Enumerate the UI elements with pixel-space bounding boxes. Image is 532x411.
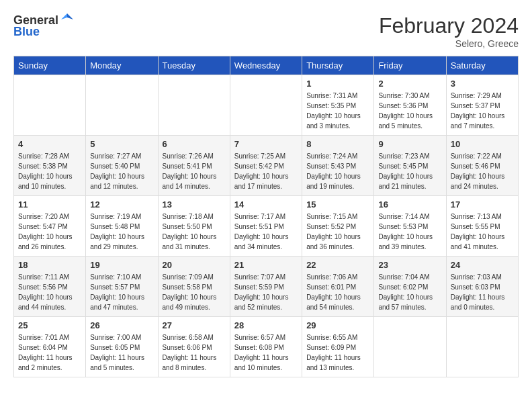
sunset-text: Sunset: 6:02 PM	[378, 283, 428, 291]
calendar-day-cell: 2 Sunrise: 7:30 AM Sunset: 5:36 PM Dayli…	[374, 75, 446, 136]
sunset-text: Sunset: 5:36 PM	[378, 102, 428, 109]
daylight-text: Daylight: 11 hours and 10 minutes.	[234, 354, 289, 371]
calendar-day-cell: 8 Sunrise: 7:24 AM Sunset: 5:43 PM Dayli…	[302, 136, 374, 196]
day-info: Sunrise: 6:57 AM Sunset: 6:08 PM Dayligh…	[234, 332, 298, 373]
calendar-day-cell	[230, 75, 302, 136]
sunset-text: Sunset: 6:06 PM	[163, 344, 212, 351]
daylight-text: Daylight: 10 hours and 29 minutes.	[90, 233, 144, 250]
sunrise-text: Sunrise: 7:28 AM	[18, 152, 69, 160]
calendar-day-cell	[446, 317, 518, 377]
day-number: 19	[90, 260, 153, 270]
calendar-day-cell: 11 Sunrise: 7:20 AM Sunset: 5:47 PM Dayl…	[14, 196, 86, 257]
calendar-day-cell	[158, 75, 230, 136]
day-info: Sunrise: 7:19 AM Sunset: 5:48 PM Dayligh…	[90, 212, 153, 252]
day-info: Sunrise: 7:09 AM Sunset: 5:58 PM Dayligh…	[163, 272, 226, 312]
day-info: Sunrise: 7:31 AM Sunset: 5:35 PM Dayligh…	[306, 91, 369, 131]
sunset-text: Sunset: 5:48 PM	[90, 223, 140, 230]
sunset-text: Sunset: 5:50 PM	[163, 223, 212, 230]
month-year-title: February 2024	[379, 13, 519, 38]
sunrise-text: Sunrise: 6:55 AM	[306, 334, 357, 341]
title-section: February 2024 Selero, Greece	[379, 13, 519, 49]
calendar-table: Sunday Monday Tuesday Wednesday Thursday…	[13, 56, 519, 377]
logo-icon	[60, 12, 75, 27]
calendar-day-cell: 17 Sunrise: 7:13 AM Sunset: 5:55 PM Dayl…	[446, 196, 518, 257]
day-number: 6	[163, 139, 226, 149]
daylight-text: Daylight: 10 hours and 17 minutes.	[234, 173, 289, 190]
day-info: Sunrise: 7:15 AM Sunset: 5:52 PM Dayligh…	[306, 212, 369, 252]
calendar-day-cell: 12 Sunrise: 7:19 AM Sunset: 5:48 PM Dayl…	[86, 196, 158, 257]
calendar-day-cell	[374, 317, 446, 377]
col-monday: Monday	[86, 56, 158, 75]
logo-blue: Blue	[13, 25, 40, 39]
calendar-day-cell: 20 Sunrise: 7:09 AM Sunset: 5:58 PM Dayl…	[158, 257, 230, 317]
sunset-text: Sunset: 5:45 PM	[378, 163, 428, 170]
day-info: Sunrise: 7:17 AM Sunset: 5:51 PM Dayligh…	[234, 212, 298, 252]
sunset-text: Sunset: 5:52 PM	[306, 223, 356, 230]
header-row: Sunday Monday Tuesday Wednesday Thursday…	[14, 56, 519, 75]
calendar-week-row: 11 Sunrise: 7:20 AM Sunset: 5:47 PM Dayl…	[14, 196, 519, 257]
day-info: Sunrise: 7:06 AM Sunset: 6:01 PM Dayligh…	[306, 272, 369, 312]
daylight-text: Daylight: 10 hours and 3 minutes.	[306, 112, 361, 130]
sunrise-text: Sunrise: 7:18 AM	[163, 213, 214, 220]
sunset-text: Sunset: 5:53 PM	[378, 223, 428, 230]
calendar-day-cell: 7 Sunrise: 7:25 AM Sunset: 5:42 PM Dayli…	[230, 136, 302, 196]
day-number: 3	[451, 79, 514, 89]
calendar-week-row: 25 Sunrise: 7:01 AM Sunset: 6:04 PM Dayl…	[14, 317, 519, 377]
daylight-text: Daylight: 11 hours and 5 minutes.	[90, 354, 144, 371]
sunset-text: Sunset: 5:59 PM	[234, 283, 284, 291]
day-number: 20	[163, 260, 226, 270]
day-number: 16	[378, 199, 441, 210]
sunset-text: Sunset: 5:43 PM	[306, 163, 356, 170]
daylight-text: Daylight: 10 hours and 41 minutes.	[451, 233, 505, 250]
daylight-text: Daylight: 10 hours and 12 minutes.	[90, 173, 144, 190]
day-info: Sunrise: 7:20 AM Sunset: 5:47 PM Dayligh…	[18, 212, 81, 252]
sunset-text: Sunset: 6:04 PM	[18, 344, 68, 351]
sunrise-text: Sunrise: 7:14 AM	[378, 213, 429, 220]
calendar-day-cell	[86, 75, 158, 136]
calendar-day-cell: 26 Sunrise: 7:00 AM Sunset: 6:05 PM Dayl…	[86, 317, 158, 377]
day-info: Sunrise: 7:07 AM Sunset: 5:59 PM Dayligh…	[234, 272, 298, 312]
day-info: Sunrise: 7:24 AM Sunset: 5:43 PM Dayligh…	[306, 151, 369, 191]
daylight-text: Daylight: 10 hours and 26 minutes.	[18, 233, 73, 250]
calendar-day-cell: 28 Sunrise: 6:57 AM Sunset: 6:08 PM Dayl…	[230, 317, 302, 377]
day-info: Sunrise: 7:10 AM Sunset: 5:57 PM Dayligh…	[90, 272, 153, 312]
calendar-day-cell: 16 Sunrise: 7:14 AM Sunset: 5:53 PM Dayl…	[374, 196, 446, 257]
sunrise-text: Sunrise: 7:22 AM	[451, 152, 502, 160]
calendar-day-cell: 25 Sunrise: 7:01 AM Sunset: 6:04 PM Dayl…	[14, 317, 86, 377]
day-info: Sunrise: 7:28 AM Sunset: 5:38 PM Dayligh…	[18, 151, 81, 191]
location-subtitle: Selero, Greece	[379, 38, 519, 49]
daylight-text: Daylight: 11 hours and 2 minutes.	[18, 354, 73, 371]
sunrise-text: Sunrise: 7:31 AM	[306, 92, 357, 99]
day-number: 8	[306, 139, 369, 149]
day-number: 14	[234, 199, 298, 210]
logo: General Blue	[13, 13, 75, 39]
daylight-text: Daylight: 10 hours and 52 minutes.	[234, 293, 289, 311]
calendar-day-cell: 3 Sunrise: 7:29 AM Sunset: 5:37 PM Dayli…	[446, 75, 518, 136]
calendar-day-cell: 10 Sunrise: 7:22 AM Sunset: 5:46 PM Dayl…	[446, 136, 518, 196]
sunset-text: Sunset: 5:56 PM	[18, 283, 68, 291]
sunset-text: Sunset: 5:35 PM	[306, 102, 356, 109]
sunrise-text: Sunrise: 7:19 AM	[90, 213, 141, 220]
day-info: Sunrise: 7:04 AM Sunset: 6:02 PM Dayligh…	[378, 272, 441, 312]
day-number: 11	[18, 199, 81, 210]
daylight-text: Daylight: 10 hours and 5 minutes.	[378, 112, 433, 130]
day-info: Sunrise: 7:30 AM Sunset: 5:36 PM Dayligh…	[378, 91, 441, 131]
calendar-day-cell: 4 Sunrise: 7:28 AM Sunset: 5:38 PM Dayli…	[14, 136, 86, 196]
day-info: Sunrise: 7:25 AM Sunset: 5:42 PM Dayligh…	[234, 151, 298, 191]
day-info: Sunrise: 7:27 AM Sunset: 5:40 PM Dayligh…	[90, 151, 153, 191]
sunset-text: Sunset: 5:42 PM	[234, 163, 284, 170]
daylight-text: Daylight: 10 hours and 39 minutes.	[378, 233, 433, 250]
calendar-day-cell: 9 Sunrise: 7:23 AM Sunset: 5:45 PM Dayli…	[374, 136, 446, 196]
day-info: Sunrise: 7:03 AM Sunset: 6:03 PM Dayligh…	[451, 272, 514, 312]
sunrise-text: Sunrise: 7:29 AM	[451, 92, 502, 99]
calendar-day-cell: 6 Sunrise: 7:26 AM Sunset: 5:41 PM Dayli…	[158, 136, 230, 196]
sunset-text: Sunset: 5:40 PM	[90, 163, 140, 170]
col-tuesday: Tuesday	[158, 56, 230, 75]
day-number: 26	[90, 320, 153, 330]
sunrise-text: Sunrise: 6:57 AM	[234, 334, 285, 341]
day-info: Sunrise: 7:11 AM Sunset: 5:56 PM Dayligh…	[18, 272, 81, 312]
day-info: Sunrise: 7:18 AM Sunset: 5:50 PM Dayligh…	[163, 212, 226, 252]
daylight-text: Daylight: 10 hours and 19 minutes.	[306, 173, 361, 190]
daylight-text: Daylight: 10 hours and 44 minutes.	[18, 293, 73, 311]
daylight-text: Daylight: 11 hours and 8 minutes.	[163, 354, 217, 371]
